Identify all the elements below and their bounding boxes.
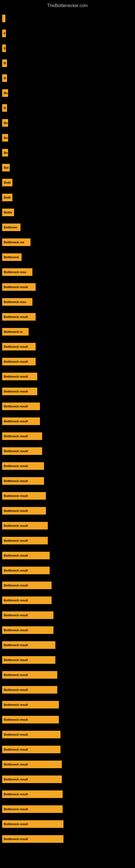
- bar-row: Bottleneck result: [0, 593, 135, 608]
- bar-row: B: [0, 56, 135, 70]
- bar-row: Bottleneck result: [0, 742, 135, 757]
- bar-row: [0, 11, 135, 26]
- bar-row: Bottleneck result: [0, 712, 135, 727]
- bar-label: Bottleneck result: [2, 761, 62, 768]
- bar-label: Bottleneck result: [2, 716, 59, 723]
- bar-row: Bottleneck re: [0, 324, 135, 339]
- bar-label: [2, 14, 5, 22]
- bar-row: Bottleneck result: [0, 831, 135, 846]
- bar-label: Bottleneck result: [2, 656, 55, 664]
- bar-row: Bottleneck result: [0, 339, 135, 354]
- bar-label: Bottleneck result: [2, 507, 46, 515]
- bar-label: Bo: [2, 149, 8, 156]
- bar-row: Bottleneck result: [0, 488, 135, 503]
- bar-label: Bo: [2, 89, 8, 97]
- bar-label: Bottleneck result: [2, 388, 37, 395]
- bar-row: Bottleneck result: [0, 772, 135, 786]
- bar-row: Bottleneck result: [0, 399, 135, 414]
- bar-label: Bottleneck result: [2, 552, 50, 559]
- bar-row: Bottleneck result: [0, 458, 135, 473]
- bar-label: B: [2, 74, 7, 82]
- bar-row: Bot: [0, 160, 135, 175]
- bar-row: Bottleneck result: [0, 578, 135, 593]
- bar-row: Bottleneck result: [0, 354, 135, 369]
- bar-label: E: [2, 44, 6, 52]
- bar-row: Bottleneck result: [0, 473, 135, 488]
- bar-row: Bottleneck result: [0, 638, 135, 652]
- bar-row: Bottleneck result: [0, 414, 135, 429]
- bar-label: Bottleneck result: [2, 835, 63, 843]
- bar-row: Bottleneck result: [0, 757, 135, 772]
- bar-row: Bottleneck result: [0, 503, 135, 518]
- bar-label: Bottleneck result: [2, 701, 59, 709]
- bar-label: Bottl: [2, 194, 12, 201]
- bar-row: Bottl: [0, 175, 135, 190]
- bar-label: Bottleneck result: [2, 537, 48, 545]
- bar-label: Bo: [2, 119, 8, 127]
- bar-label: Bottleneck result: [2, 522, 48, 529]
- bar-label: Bottleneck result: [2, 343, 36, 350]
- bar-row: Bottleneck result: [0, 816, 135, 831]
- bar-label: Bottleneck result: [2, 596, 52, 604]
- bar-label: Bottleneck result: [2, 432, 42, 440]
- bar-row: Bottleneck result: [0, 429, 135, 443]
- bar-label: Bottleneck resu: [2, 298, 32, 306]
- bar-row: Bottleneck result: [0, 533, 135, 548]
- bar-row: E: [0, 41, 135, 56]
- bar-label: Bottleneck result: [2, 403, 40, 410]
- bar-label: Bottleneck result: [2, 790, 63, 798]
- bar-label: Bottleneck result: [2, 775, 62, 783]
- bar-label: B: [2, 104, 7, 112]
- bar-row: Bottleneck result: [0, 697, 135, 712]
- bar-row: Bottleneck result: [0, 786, 135, 802]
- bar-label: Bo: [2, 134, 8, 142]
- bar-row: Bottleneck result: [0, 667, 135, 682]
- bar-label: Bottleneck result: [2, 358, 36, 365]
- bar-row: Bo: [0, 130, 135, 145]
- bar-label: Bottleneck resu: [2, 268, 32, 276]
- bar-row: F: [0, 26, 135, 41]
- bar-row: Bottleneck result: [0, 682, 135, 697]
- bar-row: Bottleneck resu: [0, 265, 135, 279]
- bar-label: Bottleneck result: [2, 805, 63, 813]
- bar-row: Bottleneck resu: [0, 294, 135, 309]
- bar-label: Bottleneck result: [2, 611, 53, 619]
- bar-label: Bottleneck result: [2, 582, 52, 589]
- bar-label: Bottleneck result: [2, 731, 60, 738]
- bar-row: Bottleneck result: [0, 727, 135, 742]
- bar-row: B: [0, 70, 135, 86]
- bar-row: Bottleneck result: [0, 443, 135, 458]
- bar-row: Bottleneck result: [0, 309, 135, 324]
- bar-label: Bottlenec: [2, 223, 20, 231]
- bar-label: Bottle: [2, 209, 14, 216]
- bar-label: Bottleneck result: [2, 283, 36, 291]
- bar-label: Bot: [2, 164, 10, 172]
- bar-label: Bottleneck result: [2, 447, 42, 455]
- bar-row: Bottleneck result: [0, 652, 135, 667]
- bar-label: Bottl: [2, 179, 12, 186]
- bar-row: Bo: [0, 86, 135, 100]
- bar-label: Bottleneck result: [2, 477, 44, 485]
- bar-label: Bottleneck result: [2, 641, 55, 649]
- bar-row: Bottleneck result: [0, 563, 135, 578]
- bar-label: F: [2, 30, 6, 37]
- bar-row: Bo: [0, 115, 135, 130]
- bar-label: Bottleneck result: [2, 417, 40, 425]
- bar-row: Bottleneck result: [0, 548, 135, 563]
- bar-row: Bottleneck result: [0, 279, 135, 294]
- site-title: TheBottlenecker.com: [0, 1, 135, 10]
- bar-label: Bottleneck result: [2, 313, 36, 321]
- bar-label: Bottleneck res: [2, 239, 31, 246]
- bar-label: Bottleneck result: [2, 686, 57, 693]
- bar-label: Bottleneck result: [2, 820, 63, 828]
- bar-label: Bottleneck result: [2, 373, 37, 380]
- bar-label: Bottleneck result: [2, 746, 60, 753]
- bar-label: Bottleneck result: [2, 626, 53, 634]
- bar-row: Bottleneck result: [0, 384, 135, 399]
- bar-label: Bottleneck result: [2, 567, 50, 574]
- bar-row: Bottl: [0, 190, 135, 205]
- bar-label: Bottleneck result: [2, 492, 46, 500]
- bar-row: Bottleneck result: [0, 369, 135, 384]
- bar-label: Bottleneck result: [2, 671, 57, 679]
- bar-row: Bottleneck result: [0, 802, 135, 816]
